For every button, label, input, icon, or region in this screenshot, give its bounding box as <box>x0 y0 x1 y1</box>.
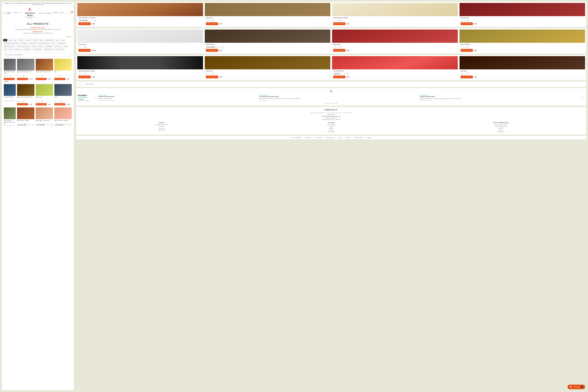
footer-link-1[interactable]: Cookie Policy <box>305 137 312 138</box>
qty-minus-2[interactable]: − <box>36 75 38 77</box>
qty-minus-6[interactable]: − <box>36 100 38 102</box>
nav-recipes[interactable]: RECIPES <box>39 13 44 14</box>
national-delivery-link[interactable]: Nationwide Delivery <box>33 31 43 32</box>
filter-tag-masterclass[interactable]: MASTERCLASS <box>54 48 65 51</box>
qty-minus-9[interactable]: − <box>27 124 29 126</box>
chat-button[interactable]: 💬 Chat with us 2 <box>568 385 585 389</box>
filter-tag-soup[interactable]: SOUP <box>8 48 14 51</box>
next-page-button[interactable]: › <box>82 83 84 86</box>
qty-plus-3[interactable]: + <box>60 75 62 77</box>
right-weight-select-0[interactable]: 250 - 275g <box>78 20 88 22</box>
nav-delivery[interactable]: DELIVERY <box>45 13 51 14</box>
wishlist-button[interactable]: ♡ <box>65 12 68 15</box>
right-qty-plus-0[interactable]: + <box>84 72 87 75</box>
local-delivery-link[interactable]: Local West London Delivery. <box>30 27 45 28</box>
next-review-button[interactable]: › <box>582 96 584 99</box>
footer-link-4[interactable]: Careers <box>338 137 342 138</box>
filter-tag-chicken[interactable]: CHICKEN <box>25 39 32 42</box>
right-qty-minus-3[interactable]: − <box>461 72 463 75</box>
footer-link-5[interactable]: About us <box>346 137 351 138</box>
add-to-basket-button-5[interactable]: ADD TO BASKET <box>17 103 28 106</box>
right-qty-minus-0[interactable]: − <box>88 19 91 22</box>
right-qty-minus-2[interactable]: − <box>340 72 343 75</box>
footer-link-6[interactable]: Butchery classes <box>355 137 363 138</box>
qty-plus-1[interactable]: + <box>22 75 25 77</box>
site-logo[interactable]: 🐔 Parson's Nose BUTCHERS OF LONDON <box>23 7 38 19</box>
qty-minus-0[interactable]: − <box>4 75 6 77</box>
qty-minus-1[interactable]: − <box>17 75 20 77</box>
right-add-to-basket-button-2[interactable]: ADD TO BASKET <box>333 49 345 52</box>
search-input[interactable] <box>8 54 70 56</box>
right-qty-minus-3[interactable]: − <box>461 46 463 48</box>
sort-chevron-icon[interactable]: ▾ <box>72 36 72 37</box>
filter-tag-vegetables[interactable]: VEGETABLES <box>22 48 32 51</box>
qty-plus-11[interactable]: + <box>70 124 72 126</box>
right-qty-plus-3[interactable]: + <box>466 19 469 22</box>
qty-minus-10[interactable]: − <box>46 124 48 126</box>
filter-tag-all[interactable]: ALL <box>3 39 7 42</box>
filter-tag-veal[interactable]: VEAL <box>55 39 60 42</box>
right-qty-plus-1[interactable]: + <box>212 72 214 75</box>
filter-tag-iberico-pork[interactable]: IBERICO PORK <box>44 39 54 42</box>
qty-plus-9[interactable]: + <box>32 124 34 126</box>
right-qty-plus-2[interactable]: + <box>339 46 342 48</box>
right-qty-plus-1[interactable]: + <box>222 46 224 48</box>
filter-tag-gravy-and-stock[interactable]: GRAVY AND STOCK <box>3 45 16 48</box>
qty-plus-6[interactable]: + <box>41 100 43 102</box>
filter-tag-restaurant-meals-for-2[interactable]: RESTAURANT MEALS FOR 2 <box>3 42 20 44</box>
footer-link-2[interactable]: Privacy Policy <box>316 137 322 138</box>
right-add-to-basket-button-2[interactable]: ADD TO BASKET <box>333 76 345 78</box>
right-qty-minus-1[interactable]: − <box>206 19 208 22</box>
qty-plus-5[interactable]: + <box>22 100 25 102</box>
right-weight-select-2[interactable]: 250g <box>333 73 340 75</box>
right-qty-plus-1[interactable]: + <box>212 19 214 22</box>
filter-tag-sausage-&-bacon[interactable]: SAUSAGE & BACON <box>38 42 50 44</box>
right-add-to-basket-button-1[interactable]: ADD TO BASKET <box>206 49 218 52</box>
right-qty-minus-0[interactable]: − <box>78 46 81 48</box>
right-add-to-basket-button-3[interactable]: ADD TO BASKET <box>461 76 473 78</box>
qty-plus-7[interactable]: + <box>60 100 62 102</box>
qty-minus-11[interactable]: − <box>64 124 66 126</box>
right-add-to-basket-button-3[interactable]: ADD TO BASKET <box>461 49 473 52</box>
right-weight-select-1[interactable]: 250 - 275g <box>206 46 215 48</box>
filter-tag-condiments[interactable]: CONDIMENTS <box>44 45 54 48</box>
nav-online-shop[interactable]: ONLINE SHOP <box>6 12 12 14</box>
right-qty-plus-2[interactable]: + <box>346 72 349 75</box>
filter-tag-charcuterie[interactable]: CHARCUTERIE <box>56 42 66 44</box>
filter-tag-bbq[interactable]: BBQ <box>8 39 12 42</box>
footer-link-7[interactable]: Sitemap <box>367 137 371 138</box>
filter-tag-pork[interactable]: PORK <box>38 39 44 42</box>
filter-tag-steak-club[interactable]: STEAK CLUB <box>28 42 38 44</box>
add-to-basket-button-6[interactable]: ADD TO BASKET <box>36 103 46 106</box>
filter-tag-lamb[interactable]: LAMB <box>33 39 38 42</box>
right-qty-minus-0[interactable]: − <box>78 72 81 75</box>
filter-tag-merchandise[interactable]: MERCHANDISE <box>44 48 54 51</box>
right-add-to-basket-button-1[interactable]: ADD TO BASKET <box>206 76 218 78</box>
add-to-basket-button-7[interactable]: ADD TO BASKET <box>54 103 65 106</box>
nav-loyalty[interactable]: LOYALTY <box>14 12 18 14</box>
nav-tv[interactable]: TV <box>20 12 22 14</box>
filter-tag-cheese[interactable]: CHEESE <box>37 45 44 48</box>
right-qty-plus-3[interactable]: + <box>466 46 469 48</box>
weight-select-11[interactable]: 250 - 275g <box>54 124 64 126</box>
search-icon[interactable]: 🔍 <box>3 12 6 14</box>
prev-review-button[interactable]: ‹ <box>92 96 96 99</box>
filter-tag-july-4th-collection[interactable]: JULY 4TH COLLECTION <box>16 45 31 48</box>
qty-plus-0[interactable]: + <box>9 75 12 77</box>
filter-tag-fish[interactable]: FISH <box>51 42 56 44</box>
qty-plus-10[interactable]: + <box>51 124 53 126</box>
right-add-to-basket-button-3[interactable]: ADD TO BASKET <box>461 22 473 25</box>
filter-tag-venison[interactable]: VENISON <box>21 42 28 44</box>
filter-tag-big-green-egg[interactable]: BIG GREEN EGG <box>32 48 43 51</box>
right-add-to-basket-button-1[interactable]: ADD TO BASKET <box>206 22 218 25</box>
right-qty-plus-0[interactable]: + <box>84 46 87 48</box>
right-add-to-basket-button-0[interactable]: ADD TO BASKET <box>78 76 90 78</box>
qty-minus-3[interactable]: − <box>54 75 57 77</box>
footer-link-3[interactable]: Website by Kayo <box>326 137 334 138</box>
right-qty-minus-3[interactable]: − <box>461 19 463 22</box>
right-qty-minus-2[interactable]: − <box>333 19 336 22</box>
filter-tag-beef[interactable]: BEEF <box>13 39 18 42</box>
sign-in-link[interactable]: SIGN IN <box>60 12 64 14</box>
right-qty-plus-3[interactable]: + <box>466 72 469 75</box>
add-to-basket-button-3[interactable]: ADD TO BASKET <box>54 78 65 80</box>
